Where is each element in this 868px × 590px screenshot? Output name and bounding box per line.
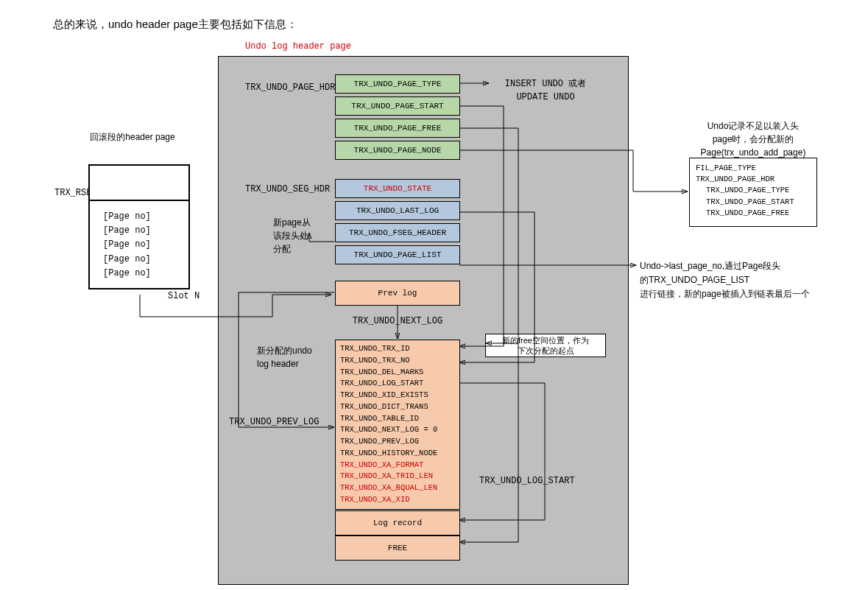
tail-stack: Log recordFREE [335, 510, 460, 561]
page-hdr-row: TRX_UNDO_PAGE_START [335, 96, 460, 116]
new-page-label: 新page从 该段头处 分配 [273, 216, 311, 256]
slot-n-label: Slot N [168, 291, 200, 301]
add-page-row: TRX_UNDO_PAGE_START [696, 197, 811, 208]
log-hdr-row: TRX_UNDO_DICT_TRANS [340, 401, 455, 413]
rseg-box: [Page no][Page no][Page no][Page no][Pag… [88, 164, 190, 289]
seg-hdr-row: TRX_UNDO_FSEG_HEADER [335, 223, 460, 242]
log-hdr-row: TRX_UNDO_PREV_LOG [340, 436, 455, 448]
seg-hdr-row: TRX_UNDO_PAGE_LIST [335, 245, 460, 264]
page-hdr-row: TRX_UNDO_PAGE_TYPE [335, 74, 460, 94]
undo-header-caption: Undo log header page [218, 41, 378, 52]
rseg-slot: [Page no] [103, 210, 183, 224]
rseg-slot: [Page no] [103, 224, 183, 238]
rseg-slots: [Page no][Page no][Page no][Page no][Pag… [88, 200, 190, 289]
page-title: 总的来说，undo header page主要包括如下信息： [53, 18, 297, 32]
add-page-box: FIL_PAGE_TYPETRX_UNDO_PAGE_HDRTRX_UNDO_P… [689, 158, 817, 227]
page-hdr-row: TRX_UNDO_PAGE_FREE [335, 119, 460, 138]
page-hdr-label: TRX_UNDO_PAGE_HDR [245, 82, 335, 93]
seg-hdr-row: TRX_UNDO_STATE [335, 179, 460, 198]
log-hdr-row: TRX_UNDO_NEXT_LOG = 0 [340, 424, 455, 436]
log-hdr-row: TRX_UNDO_XA_BQUAL_LEN [340, 482, 455, 494]
log-hdr-row: TRX_UNDO_HISTORY_NODE [340, 448, 455, 460]
log-hdr-row: TRX_UNDO_XA_FORMAT [340, 460, 455, 471]
new-loghdr-label: 新分配的undo log header [257, 344, 312, 370]
rseg-caption: 回滚段的header page [88, 131, 177, 144]
rseg-slot: [Page no] [103, 253, 183, 267]
add-page-row: FIL_PAGE_TYPE [696, 163, 811, 174]
rseg-top [88, 164, 190, 200]
page-hdr-row: TRX_UNDO_PAGE_NODE [335, 141, 460, 160]
tail-row: Log record [335, 510, 460, 535]
insert-update-label: INSERT UNDO 或者 UPDATE UNDO [488, 77, 603, 104]
next-log-label: TRX_UNDO_NEXT_LOG [336, 316, 459, 326]
prev-log-box: Prev log [335, 281, 460, 306]
seg-hdr-row: TRX_UNDO_LAST_LOG [335, 201, 460, 220]
log-hdr-row: TRX_UNDO_TABLE_ID [340, 413, 455, 425]
undo-header-page-panel: TRX_UNDO_PAGE_HDR TRX_UNDO_PAGE_TYPETRX_… [218, 56, 629, 585]
log-hdr-row: TRX_UNDO_DEL_MARKS [340, 367, 455, 379]
log-hdr-row: TRX_UNDO_TRX_ID [340, 343, 455, 355]
undo-log-header-box: TRX_UNDO_TRX_IDTRX_UNDO_TRX_NOTRX_UNDO_D… [335, 340, 460, 510]
rseg-slot: [Page no] [103, 267, 183, 281]
add-page-row: TRX_UNDO_PAGE_HDR [696, 174, 811, 185]
page-hdr-stack: TRX_UNDO_PAGE_TYPETRX_UNDO_PAGE_STARTTRX… [335, 74, 460, 160]
seg-hdr-stack: TRX_UNDO_STATETRX_UNDO_LAST_LOGTRX_UNDO_… [335, 179, 460, 264]
canvas: 总的来说，undo header page主要包括如下信息： Undo log … [0, 0, 868, 590]
rseg-slot: [Page no] [103, 238, 183, 252]
log-start-label: TRX_UNDO_LOG_START [479, 476, 575, 486]
log-hdr-row: TRX_UNDO_TRX_NO [340, 355, 455, 367]
add-page-caption: Undo记录不足以装入头 page时，会分配新的 Page(trx_undo_a… [689, 119, 817, 159]
log-hdr-row: TRX_UNDO_XA_TRID_LEN [340, 471, 455, 482]
tail-row: FREE [335, 535, 460, 561]
log-hdr-row: TRX_UNDO_XID_EXISTS [340, 390, 455, 401]
prev-log-label: TRX_UNDO_PREV_LOG [229, 417, 319, 427]
log-hdr-row: TRX_UNDO_XA_XID [340, 494, 455, 506]
seg-hdr-label: TRX_UNDO_SEG_HDR [245, 184, 330, 194]
add-page-row: TRX_UNDO_PAGE_TYPE [696, 185, 811, 196]
last-page-no-label: Undo->last_page_no,通过Page段头 的TRX_UNDO_PA… [640, 259, 810, 302]
free-pos-note: 新的free空间位置，作为 下次分配的起点 [485, 334, 606, 357]
add-page-row: TRX_UNDO_PAGE_FREE [696, 208, 811, 219]
log-hdr-row: TRX_UNDO_LOG_START [340, 378, 455, 390]
